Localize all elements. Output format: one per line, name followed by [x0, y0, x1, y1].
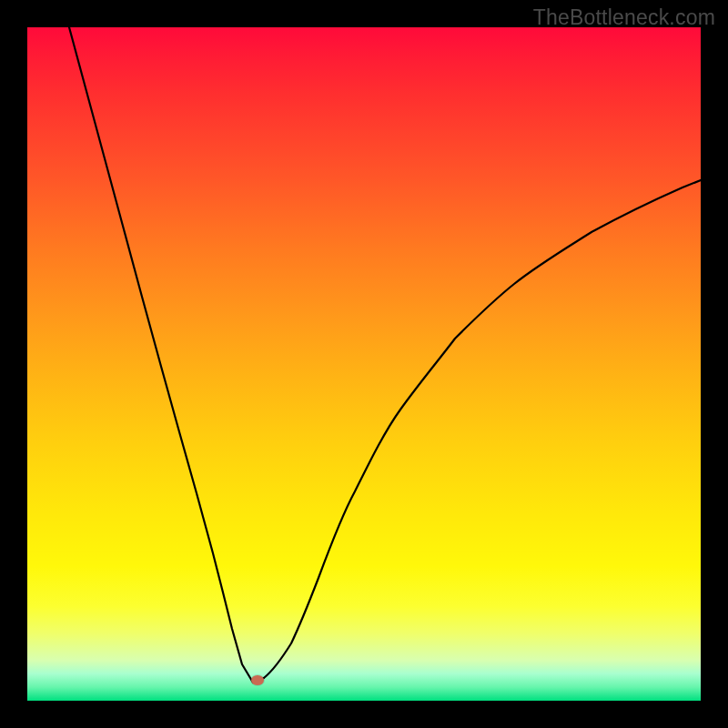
bottleneck-point-marker — [251, 675, 264, 685]
curve-left-branch — [69, 27, 264, 682]
bottleneck-curve-svg — [27, 27, 701, 701]
curve-right-branch — [264, 180, 701, 678]
watermark-text: TheBottleneck.com — [533, 5, 715, 30]
chart-plot-area — [27, 27, 701, 701]
